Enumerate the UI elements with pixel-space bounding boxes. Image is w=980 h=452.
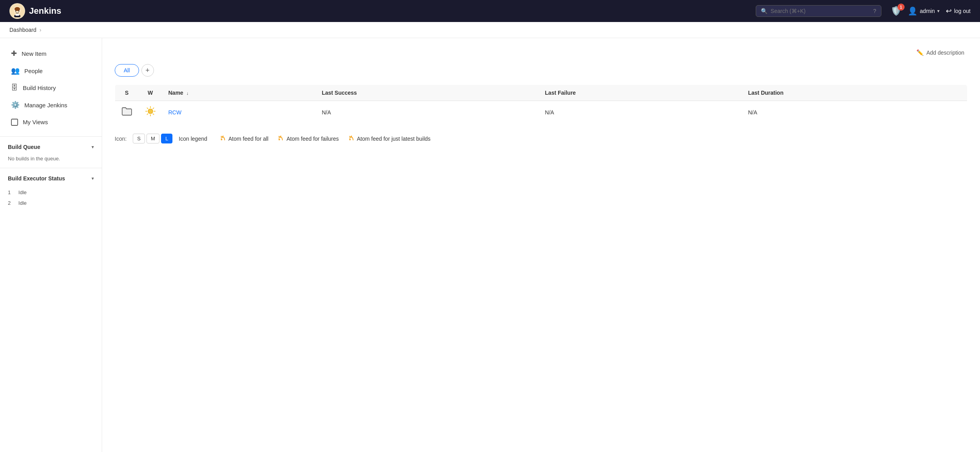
build-queue-chevron-icon: ▾ xyxy=(92,144,94,150)
col-s-label: S xyxy=(125,90,128,96)
executor-2-status: Idle xyxy=(18,200,27,206)
icon-size-s-btn[interactable]: S xyxy=(133,134,145,143)
svg-line-15 xyxy=(153,108,154,109)
breadcrumb: Dashboard › xyxy=(0,22,980,38)
row-name-cell[interactable]: RCW xyxy=(162,101,316,124)
username-label: admin xyxy=(920,8,935,14)
tab-add-btn[interactable]: + xyxy=(141,64,154,77)
atom-feed-all-icon xyxy=(220,135,226,143)
row-s-cell xyxy=(115,101,139,124)
atom-feed-latest-label: Atom feed for just latest builds xyxy=(357,136,431,142)
folder-icon xyxy=(122,108,132,118)
svg-point-4 xyxy=(18,11,20,12)
sidebar-item-new-item[interactable]: ✚ New Item xyxy=(0,45,102,62)
my-views-icon xyxy=(11,118,18,126)
manage-jenkins-icon: ⚙️ xyxy=(11,101,20,109)
sidebar-item-build-history[interactable]: 🗄 Build History xyxy=(0,80,102,96)
tab-add-icon: + xyxy=(145,66,150,75)
header: Jenkins 🔍 ? 🛡️ 1 👤 admin ▾ ↩ log out xyxy=(0,0,980,22)
icon-size-l-btn[interactable]: L xyxy=(161,134,172,143)
svg-point-3 xyxy=(15,11,16,12)
icon-label: Icon: xyxy=(115,136,126,142)
sidebar-item-people[interactable]: 👥 People xyxy=(0,62,102,79)
atom-feed-latest-icon xyxy=(348,135,355,142)
jobs-table-body: RCW N/A N/A N/A xyxy=(115,101,967,124)
search-input[interactable] xyxy=(771,8,870,14)
svg-line-16 xyxy=(147,114,148,114)
weather-icon xyxy=(145,108,156,119)
executor-row-2: 2 Idle xyxy=(8,198,94,208)
sidebar-item-my-views-label: My Views xyxy=(23,119,48,125)
security-badge[interactable]: 🛡️ 1 xyxy=(891,6,901,16)
atom-feed-failures-icon xyxy=(278,135,284,142)
build-queue-section: Build Queue ▾ No builds in the queue. xyxy=(0,136,102,166)
icon-size-m-btn[interactable]: M xyxy=(147,134,159,143)
svg-line-14 xyxy=(153,114,154,114)
logo: Jenkins xyxy=(9,3,61,19)
atom-feed-latest-link[interactable]: Atom feed for just latest builds xyxy=(348,135,431,142)
search-bar[interactable]: 🔍 ? xyxy=(756,5,881,17)
sidebar-item-people-label: People xyxy=(24,68,43,74)
table-row: RCW N/A N/A N/A xyxy=(115,101,967,124)
user-menu[interactable]: 👤 admin ▾ xyxy=(908,6,940,16)
logout-icon: ↩ xyxy=(946,7,952,15)
new-item-icon: ✚ xyxy=(11,49,17,58)
tab-all[interactable]: All xyxy=(115,64,139,77)
job-name-link[interactable]: RCW xyxy=(169,109,181,116)
build-queue-empty-message: No builds in the queue. xyxy=(8,156,60,162)
add-description-label: Add description xyxy=(926,50,964,56)
build-queue-content: No builds in the queue. xyxy=(0,154,102,166)
jobs-table-header: S W Name ↓ Last Success Last Failure xyxy=(115,85,967,101)
build-executor-section: Build Executor Status ▾ 1 Idle 2 Idle xyxy=(0,168,102,213)
col-last-failure-label: Last Failure xyxy=(545,90,576,96)
tabs-bar: All + xyxy=(115,64,967,77)
row-w-cell xyxy=(139,101,162,124)
build-queue-header[interactable]: Build Queue ▾ xyxy=(0,140,102,154)
col-last-success-label: Last Success xyxy=(322,90,357,96)
search-help-icon[interactable]: ? xyxy=(873,8,876,14)
icon-size-l-label: L xyxy=(165,136,168,141)
header-title: Jenkins xyxy=(29,6,61,16)
atom-feed-all-label: Atom feed for all xyxy=(229,136,269,142)
footer-bar: Icon: S M L Icon legend xyxy=(115,127,967,150)
add-description-container: ✏️ Add description xyxy=(115,48,967,58)
svg-point-17 xyxy=(221,139,222,140)
sidebar: ✚ New Item 👥 People 🗄 Build History xyxy=(0,38,102,452)
col-last-duration-label: Last Duration xyxy=(748,90,784,96)
svg-line-13 xyxy=(147,108,148,109)
svg-rect-6 xyxy=(15,14,19,16)
executor-1-status: Idle xyxy=(18,189,27,195)
col-w: W xyxy=(139,85,162,101)
logout-btn[interactable]: ↩ log out xyxy=(946,7,971,15)
jenkins-avatar-icon xyxy=(10,4,24,18)
executor-row-1: 1 Idle xyxy=(8,187,94,198)
logout-label: log out xyxy=(954,8,971,14)
build-executor-content: 1 Idle 2 Idle xyxy=(0,186,102,213)
svg-point-8 xyxy=(148,109,153,114)
row-last-failure-cell: N/A xyxy=(539,101,742,124)
col-s: S xyxy=(115,85,139,101)
build-executor-header[interactable]: Build Executor Status ▾ xyxy=(0,171,102,186)
main-content: ✏️ Add description All + S W xyxy=(102,38,980,452)
icon-size-s-label: S xyxy=(137,136,141,141)
row-last-duration-cell: N/A xyxy=(742,101,967,124)
icon-size-group: S M L xyxy=(133,134,172,143)
add-description-btn[interactable]: ✏️ Add description xyxy=(913,48,967,58)
sidebar-item-my-views[interactable]: My Views xyxy=(0,114,102,130)
executor-1-id: 1 xyxy=(8,189,11,195)
icon-legend-link[interactable]: Icon legend xyxy=(179,136,207,142)
sidebar-item-manage-jenkins[interactable]: ⚙️ Manage Jenkins xyxy=(0,97,102,113)
svg-point-19 xyxy=(349,139,351,140)
sidebar-item-manage-jenkins-label: Manage Jenkins xyxy=(24,102,67,108)
atom-feed-all-link[interactable]: Atom feed for all xyxy=(220,135,269,143)
sidebar-item-build-history-label: Build History xyxy=(23,85,56,91)
col-name[interactable]: Name ↓ xyxy=(162,85,316,101)
breadcrumb-dashboard[interactable]: Dashboard xyxy=(9,27,37,33)
search-icon: 🔍 xyxy=(761,8,768,14)
col-last-success: Last Success xyxy=(315,85,539,101)
svg-rect-7 xyxy=(11,119,18,125)
executor-2-id: 2 xyxy=(8,200,11,206)
tab-all-label: All xyxy=(124,67,130,73)
atom-feed-failures-link[interactable]: Atom feed for failures xyxy=(278,135,339,142)
col-name-label: Name xyxy=(169,90,183,96)
